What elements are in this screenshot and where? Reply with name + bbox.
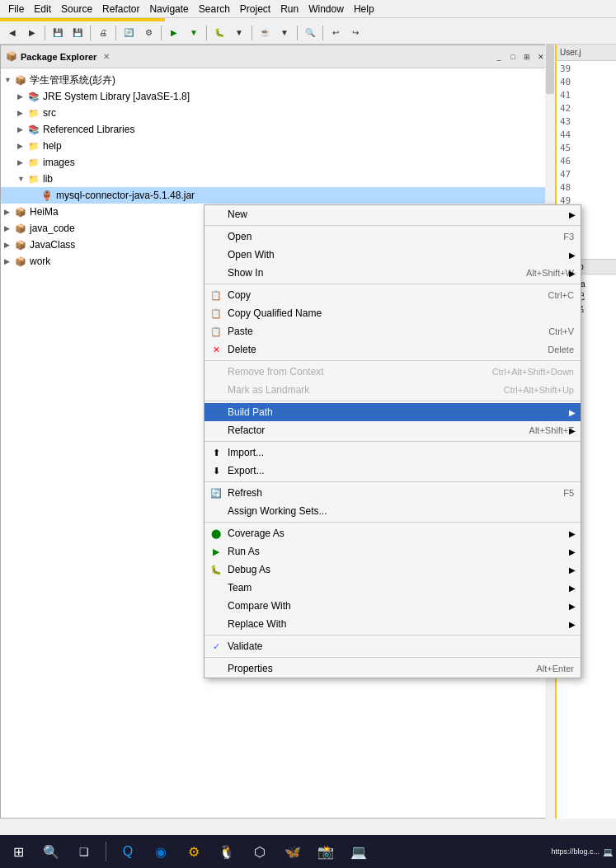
toolbar-refresh[interactable]: 🔄 — [120, 24, 138, 42]
menu-project[interactable]: Project — [235, 2, 275, 16]
toolbar-back[interactable]: ◀ — [3, 24, 21, 42]
toolbar-settings[interactable]: ⚙ — [139, 24, 158, 42]
menu-refactor[interactable]: Refactor — [97, 2, 144, 16]
toolbar-sep-8 — [322, 26, 323, 40]
ctx-refactor-shortcut: Alt+Shift+T — [529, 425, 574, 435]
toolbar-sep-6 — [252, 26, 252, 40]
ctx-build-path[interactable]: Build Path ▶ — [205, 403, 581, 421]
toolbar-save-all[interactable]: 💾 — [68, 24, 87, 42]
ctx-import[interactable]: ⬆ Import... — [205, 443, 581, 462]
menu-search[interactable]: Search — [194, 2, 235, 16]
ctx-validate-icon: ✓ — [209, 640, 223, 653]
ctx-show-in[interactable]: Show In Alt+Shift+W ▶ — [205, 264, 581, 282]
toolbar-run[interactable]: ▶ — [165, 24, 183, 42]
panel-close-button[interactable]: ✕ — [103, 52, 110, 61]
ctx-assign-sets[interactable]: Assign Working Sets... — [205, 502, 581, 520]
ctx-open[interactable]: Open F3 — [205, 228, 581, 246]
ctx-new[interactable]: New ▶ — [205, 205, 581, 223]
ctx-copy-qualified[interactable]: 📋 Copy Qualified Name — [205, 304, 581, 322]
ctx-debug-as-label: Debug As — [228, 564, 270, 575]
taskbar-url: https://blog.c... — [551, 847, 600, 856]
tree-jre[interactable]: ▶ 📚 JRE System Library [JavaSE-1.8] — [1, 88, 552, 105]
ctx-build-path-label: Build Path — [228, 406, 273, 418]
heima-label: HeiMa — [30, 206, 59, 218]
editor-tab[interactable]: User.j — [557, 45, 616, 61]
tree-src[interactable]: ▶ 📁 src — [1, 105, 552, 121]
ctx-copy[interactable]: 📋 Copy Ctrl+C — [205, 286, 581, 304]
task-view-button[interactable]: ❑ — [69, 837, 99, 866]
taskbar-app7[interactable]: 📸 — [311, 837, 341, 866]
panel-controls: _ □ ⊞ ✕ — [493, 51, 547, 63]
toolbar-search[interactable]: 🔍 — [301, 24, 319, 42]
toolbar-debug-drop[interactable]: ▼ — [230, 24, 248, 42]
toolbar-sep-1 — [45, 26, 45, 40]
ctx-run-as[interactable]: ▶ Run As ▶ — [205, 542, 581, 561]
toolbar-undo[interactable]: ↩ — [327, 24, 345, 42]
ctx-open-with[interactable]: Open With ▶ — [205, 246, 581, 264]
scrollbar-thumb[interactable] — [546, 45, 554, 94]
ctx-copy-qualified-icon: 📋 — [209, 307, 223, 320]
ctx-team[interactable]: Team ▶ — [205, 579, 581, 597]
ctx-paste[interactable]: 📋 Paste Ctrl+V — [205, 322, 581, 340]
ctx-export[interactable]: ⬇ Export... — [205, 462, 581, 480]
taskbar-edge[interactable]: ◉ — [146, 837, 176, 866]
ctx-delete[interactable]: ✕ Delete Delete — [205, 340, 581, 359]
taskbar-app5[interactable]: ⬡ — [245, 837, 275, 866]
menu-edit[interactable]: Edit — [29, 2, 56, 16]
toolbar-run-drop[interactable]: ▼ — [185, 24, 203, 42]
tree-images[interactable]: ▶ 📁 images — [1, 154, 552, 171]
panel-maximize-btn[interactable]: □ — [507, 51, 519, 63]
toolbar-java-drop[interactable]: ▼ — [275, 24, 294, 42]
toolbar-debug[interactable]: 🐛 — [210, 24, 228, 42]
menu-run[interactable]: Run — [275, 2, 303, 16]
ctx-validate[interactable]: ✓ Validate — [205, 637, 581, 655]
panel-header: 📦 Package Explorer ✕ _ □ ⊞ ✕ — [1, 45, 552, 68]
toolbar-print[interactable]: 🖨 — [94, 24, 112, 42]
ctx-compare-with[interactable]: Compare With ▶ — [205, 597, 581, 615]
toolbar-save[interactable]: 💾 — [49, 24, 67, 42]
ctx-sep-4 — [205, 401, 581, 401]
ctx-coverage-as[interactable]: ⬤ Coverage As ▶ — [205, 524, 581, 542]
images-icon: 📁 — [27, 156, 40, 169]
search-button[interactable]: 🔍 — [36, 837, 66, 866]
menu-navigate[interactable]: Navigate — [144, 2, 193, 16]
ctx-refresh[interactable]: 🔄 Refresh F5 — [205, 484, 581, 502]
menu-bar: File Edit Source Refactor Navigate Searc… — [0, 0, 616, 18]
tree-mysql-jar[interactable]: 🏺 mysql-connector-java-5.1.48.jar — [1, 187, 552, 204]
panel-restore-btn[interactable]: ⊞ — [521, 51, 533, 63]
ctx-replace-with[interactable]: Replace With ▶ — [205, 615, 581, 633]
ctx-copy-shortcut: Ctrl+C — [548, 290, 574, 300]
tree-help[interactable]: ▶ 📁 help — [1, 138, 552, 154]
ctx-properties[interactable]: Properties Alt+Enter — [205, 659, 581, 678]
menu-source[interactable]: Source — [56, 2, 97, 16]
tree-lib[interactable]: ▼ 📁 lib — [1, 171, 552, 187]
ctx-export-label: Export... — [228, 465, 265, 476]
lib-label: lib — [43, 173, 53, 185]
taskbar-penguin[interactable]: 🐧 — [212, 837, 242, 866]
taskbar-files[interactable]: ⚙ — [179, 837, 209, 866]
panel-minimize-btn[interactable]: _ — [493, 51, 505, 63]
menu-window[interactable]: Window — [303, 2, 349, 16]
taskbar-app8[interactable]: 💻 — [344, 837, 374, 866]
ctx-open-shortcut: F3 — [563, 232, 574, 242]
menu-help[interactable]: Help — [349, 2, 379, 16]
jar-icon: 🏺 — [40, 189, 54, 202]
menu-file[interactable]: File — [3, 2, 29, 16]
ctx-refactor[interactable]: Refactor Alt+Shift+T ▶ — [205, 421, 581, 439]
ctx-build-path-arrow: ▶ — [569, 408, 576, 417]
ctx-debug-as[interactable]: 🐛 Debug As ▶ — [205, 561, 581, 579]
ctx-remove-context: Remove from Context Ctrl+Alt+Shift+Down — [205, 363, 581, 381]
taskbar-qq[interactable]: Q — [113, 837, 143, 866]
ctx-paste-shortcut: Ctrl+V — [548, 326, 574, 336]
tree-ref-libs[interactable]: ▶ 📚 Referenced Libraries — [1, 121, 552, 138]
toolbar-redo[interactable]: ↪ — [346, 24, 364, 42]
start-button[interactable]: ⊞ — [3, 837, 33, 866]
ctx-sep-5 — [205, 441, 581, 442]
help-arrow: ▶ — [17, 142, 27, 150]
tree-root[interactable]: ▼ 📦 学生管理系统(彭卉) — [1, 72, 552, 88]
taskbar-app6[interactable]: 🦋 — [278, 837, 308, 866]
toolbar-forward[interactable]: ▶ — [23, 24, 41, 42]
ctx-sep-9 — [205, 657, 581, 658]
toolbar-java[interactable]: ☕ — [256, 24, 274, 42]
jar-label: mysql-connector-java-5.1.48.jar — [56, 190, 195, 201]
